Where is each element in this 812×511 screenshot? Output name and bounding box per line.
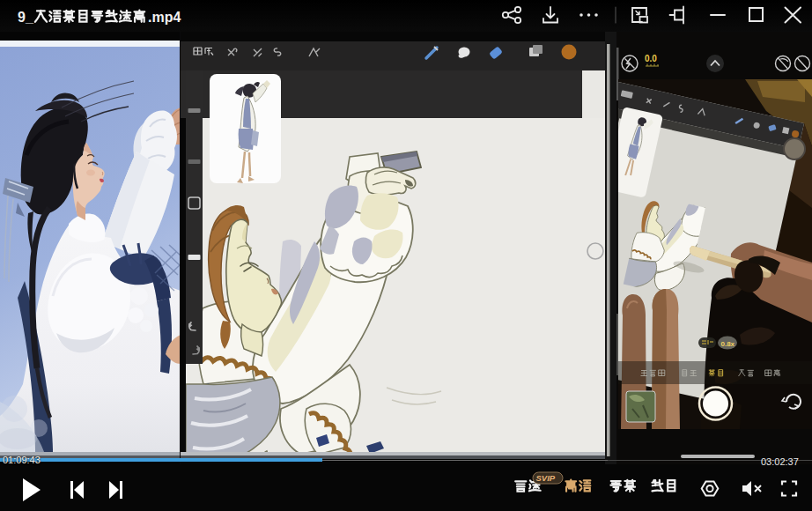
svg-text:9_: 9_: [18, 10, 34, 25]
svg-text:SVIP: SVIP: [536, 473, 556, 483]
svg-text:0.8x: 0.8x: [721, 340, 735, 348]
svg-text:0.0: 0.0: [645, 54, 657, 63]
svg-text:.mp4: .mp4: [148, 10, 181, 25]
